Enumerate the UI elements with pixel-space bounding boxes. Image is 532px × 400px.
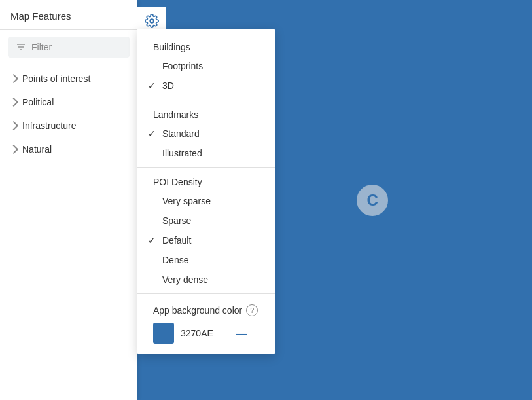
- dropdown-item-very-dense[interactable]: Very dense: [137, 270, 275, 289]
- check-icon-default: ✓: [148, 235, 156, 245]
- footprints-label: Footprints: [162, 61, 203, 71]
- sidebar-title: Map Features: [0, 0, 137, 30]
- sidebar-items-list: Points of interest Political Infrastruct…: [0, 64, 137, 164]
- sidebar-item-infrastructure[interactable]: Infrastructure: [0, 114, 137, 137]
- dense-label: Dense: [162, 255, 188, 265]
- dropdown-item-dense[interactable]: Dense: [137, 250, 275, 270]
- very-dense-label: Very dense: [162, 274, 208, 285]
- sidebar-item-label: Political: [22, 97, 54, 107]
- map-loading-spinner: C: [357, 185, 388, 216]
- buildings-section-title: Buildings: [137, 37, 275, 56]
- default-label: Default: [162, 235, 191, 245]
- app-bg-title: App background color: [153, 305, 242, 316]
- very-sparse-label: Very sparse: [162, 196, 211, 206]
- app-bg-title-row: App background color ?: [153, 304, 259, 316]
- filter-placeholder: Filter: [31, 42, 52, 52]
- filter-icon: [16, 42, 26, 52]
- divider-1: [137, 100, 275, 100]
- check-icon-standard: ✓: [148, 128, 156, 139]
- color-input[interactable]: [181, 327, 226, 340]
- dropdown-panel: Buildings Footprints ✓ 3D Landmarks ✓ St…: [137, 29, 275, 354]
- chevron-right-icon: [9, 145, 18, 154]
- dropdown-item-3d[interactable]: ✓ 3D: [137, 76, 275, 96]
- help-icon-label: ?: [250, 306, 254, 314]
- sparse-label: Sparse: [162, 215, 191, 226]
- landmarks-section-title: Landmarks: [137, 104, 275, 124]
- dropdown-item-default[interactable]: ✓ Default: [137, 230, 275, 250]
- illustrated-label: Illustrated: [162, 148, 202, 158]
- chevron-right-icon: [9, 74, 18, 83]
- sidebar-item-political[interactable]: Political: [0, 90, 137, 114]
- color-row: —: [153, 323, 259, 344]
- divider-2: [137, 167, 275, 168]
- sidebar-item-natural[interactable]: Natural: [0, 137, 137, 161]
- standard-label: Standard: [162, 128, 200, 139]
- 3d-label: 3D: [162, 81, 174, 91]
- color-swatch[interactable]: [153, 323, 174, 344]
- dropdown-item-sparse[interactable]: Sparse: [137, 211, 275, 230]
- sidebar: Map Features Filter Points of interest P…: [0, 0, 137, 400]
- filter-input[interactable]: Filter: [8, 37, 130, 58]
- svg-point-3: [150, 19, 154, 23]
- poi-density-section-title: POI Density: [137, 172, 275, 191]
- divider-3: [137, 293, 275, 294]
- sidebar-item-label: Infrastructure: [22, 120, 76, 131]
- chevron-right-icon: [9, 98, 18, 107]
- dropdown-item-very-sparse[interactable]: Very sparse: [137, 191, 275, 211]
- sidebar-item-poi[interactable]: Points of interest: [0, 67, 137, 90]
- help-icon[interactable]: ?: [246, 304, 258, 316]
- spinner-letter: C: [366, 191, 378, 209]
- chevron-right-icon: [9, 121, 18, 130]
- check-icon-3d: ✓: [148, 81, 156, 91]
- sidebar-item-label: Natural: [22, 144, 52, 155]
- app-bg-section: App background color ? —: [137, 298, 275, 344]
- sidebar-item-label: Points of interest: [22, 73, 90, 84]
- dropdown-item-footprints[interactable]: Footprints: [137, 56, 275, 76]
- dropdown-item-standard[interactable]: ✓ Standard: [137, 124, 275, 143]
- dropdown-item-illustrated[interactable]: Illustrated: [137, 143, 275, 163]
- color-clear-button[interactable]: —: [236, 327, 247, 339]
- gear-icon: [145, 14, 159, 28]
